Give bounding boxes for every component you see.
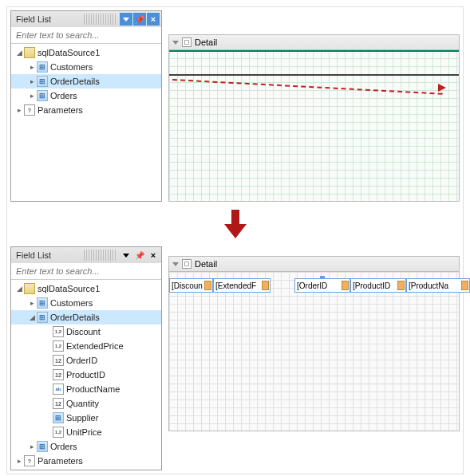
field-cell[interactable]: [OrderID (294, 278, 350, 293)
database-icon (24, 47, 35, 58)
pin-icon: 📌 (135, 15, 144, 24)
close-button[interactable]: × (147, 249, 160, 262)
big-arrow-icon (10, 208, 460, 240)
table-icon (37, 76, 48, 87)
panel-title: Field List (13, 250, 81, 260)
field-type-icon (53, 355, 64, 366)
tree-node-field[interactable]: Quantity (11, 396, 161, 411)
field-type-icon (53, 398, 64, 409)
band-label: Detail (195, 259, 217, 269)
table-icon (37, 297, 48, 309)
field-cell[interactable]: [ProductNa (406, 278, 470, 293)
field-type-icon (53, 412, 64, 423)
tree-node-table[interactable]: ▸Orders (11, 89, 161, 103)
tree-node-datasource[interactable]: ◢sqlDataSource1 (11, 45, 161, 60)
close-icon: × (151, 14, 156, 24)
smart-tag-icon[interactable] (461, 281, 468, 290)
drag-arrow-annotation (172, 69, 443, 93)
field-type-icon (53, 369, 64, 380)
tree-node-field[interactable]: Discount (11, 325, 161, 339)
field-list-panel-after: Field List 📌 × ◢sqlDataSource1 ▸Customer… (10, 246, 162, 470)
param-icon: ? (24, 104, 35, 116)
tree-node-field[interactable]: ProductID (11, 368, 161, 382)
design-grid[interactable]: [Discoun[ExtendedF[OrderID[ProductID[Pro… (168, 272, 460, 431)
close-icon: × (151, 250, 156, 260)
field-cell[interactable]: [Discoun (169, 278, 213, 293)
field-cell[interactable]: [ExtendedF (213, 278, 271, 293)
grip (84, 14, 116, 25)
tree: ◢sqlDataSource1 ▸Customers ◢OrderDetails… (11, 280, 161, 470)
design-grid[interactable] (168, 50, 460, 202)
panel-menu-button[interactable] (120, 13, 132, 26)
table-icon (37, 61, 48, 73)
tree-node-table-selected[interactable]: ◢OrderDetails (11, 310, 161, 325)
pin-icon: 📌 (135, 251, 144, 260)
field-cells-row[interactable]: [Discoun[ExtendedF[OrderID[ProductID[Pro… (169, 278, 470, 293)
band-header[interactable]: Detail (168, 34, 460, 50)
tree-node-table-selected[interactable]: ▸OrderDetails (11, 74, 161, 89)
tree-node-table[interactable]: ▸Orders (11, 439, 161, 454)
tree-node-parameters[interactable]: ▸?Parameters (11, 103, 161, 117)
field-type-icon (53, 340, 64, 352)
field-list-panel-before: Field List 📌 × ◢sqlDataSource1 ▸Customer… (10, 10, 162, 202)
database-icon (24, 283, 35, 294)
tree-node-field[interactable]: UnitPrice (11, 425, 161, 439)
panel-header: Field List 📌 × (11, 247, 161, 263)
table-icon (37, 90, 48, 101)
tree: ◢sqlDataSource1 ▸Customers ▸OrderDetails… (11, 44, 161, 119)
field-type-icon (53, 384, 64, 395)
tree-node-field[interactable]: ProductName (11, 382, 161, 396)
chevron-down-icon (172, 262, 179, 266)
close-button[interactable]: × (147, 13, 160, 26)
band-header[interactable]: Detail (168, 256, 460, 272)
tree-node-parameters[interactable]: ▸?Parameters (11, 454, 161, 468)
smart-tag-icon[interactable] (342, 281, 349, 290)
tree-node-table[interactable]: ▸Customers (11, 60, 161, 74)
panel-title: Field List (13, 14, 81, 24)
pin-button[interactable]: 📌 (133, 13, 146, 26)
tree-node-field[interactable]: Supplier (11, 411, 161, 425)
band-label: Detail (195, 37, 217, 47)
smart-tag-icon[interactable] (204, 281, 211, 290)
smart-tag-icon[interactable] (397, 281, 405, 290)
chevron-down-icon (172, 41, 179, 45)
tree-node-field[interactable]: ExtendedPrice (11, 339, 161, 353)
field-cell[interactable]: [ProductID (350, 278, 406, 293)
field-type-icon (53, 326, 64, 337)
design-surface-before: Detail (168, 10, 460, 202)
smart-tag-icon[interactable] (262, 281, 269, 290)
design-surface-after: Detail [Discoun[ExtendedF[OrderID[Produc… (168, 246, 460, 470)
band-icon (182, 259, 192, 269)
param-icon: ? (24, 455, 35, 466)
tree-node-table[interactable]: ▸Customers (11, 296, 161, 310)
panel-header: Field List 📌 × (11, 11, 161, 27)
tree-node-field[interactable]: OrderID (11, 353, 161, 368)
table-icon (37, 441, 48, 452)
grip (84, 250, 116, 261)
pin-button[interactable]: 📌 (133, 249, 146, 262)
band-icon (182, 37, 192, 47)
search-input[interactable] (11, 27, 161, 44)
panel-menu-button[interactable] (120, 249, 132, 262)
tree-node-datasource[interactable]: ◢sqlDataSource1 (11, 281, 161, 296)
field-type-icon (53, 427, 64, 438)
search-input[interactable] (11, 263, 161, 280)
table-icon (37, 312, 48, 323)
